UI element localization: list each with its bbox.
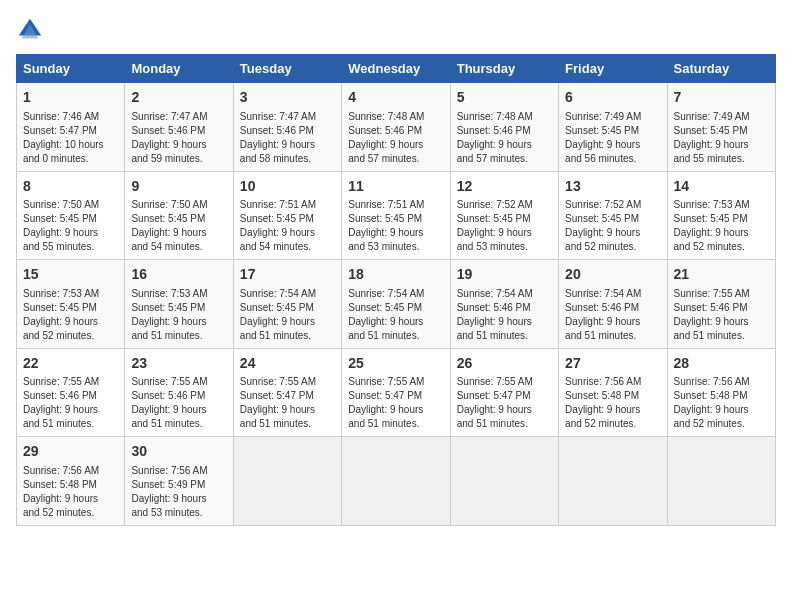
calendar-day-cell: 2Sunrise: 7:47 AM Sunset: 5:46 PM Daylig…	[125, 83, 233, 172]
day-info: Sunrise: 7:56 AM Sunset: 5:48 PM Dayligh…	[674, 375, 769, 431]
day-number: 22	[23, 354, 118, 374]
day-info: Sunrise: 7:52 AM Sunset: 5:45 PM Dayligh…	[565, 198, 660, 254]
day-info: Sunrise: 7:52 AM Sunset: 5:45 PM Dayligh…	[457, 198, 552, 254]
day-info: Sunrise: 7:55 AM Sunset: 5:46 PM Dayligh…	[23, 375, 118, 431]
calendar-day-cell	[667, 437, 775, 526]
calendar-day-cell: 5Sunrise: 7:48 AM Sunset: 5:46 PM Daylig…	[450, 83, 558, 172]
page-header	[16, 16, 776, 44]
calendar-day-cell: 16Sunrise: 7:53 AM Sunset: 5:45 PM Dayli…	[125, 260, 233, 349]
day-number: 2	[131, 88, 226, 108]
day-number: 15	[23, 265, 118, 285]
day-number: 28	[674, 354, 769, 374]
weekday-header: Friday	[559, 55, 667, 83]
weekday-header: Saturday	[667, 55, 775, 83]
header-row: SundayMondayTuesdayWednesdayThursdayFrid…	[17, 55, 776, 83]
day-info: Sunrise: 7:49 AM Sunset: 5:45 PM Dayligh…	[565, 110, 660, 166]
day-info: Sunrise: 7:55 AM Sunset: 5:47 PM Dayligh…	[240, 375, 335, 431]
calendar-day-cell: 8Sunrise: 7:50 AM Sunset: 5:45 PM Daylig…	[17, 171, 125, 260]
day-info: Sunrise: 7:56 AM Sunset: 5:48 PM Dayligh…	[565, 375, 660, 431]
calendar-day-cell: 26Sunrise: 7:55 AM Sunset: 5:47 PM Dayli…	[450, 348, 558, 437]
day-info: Sunrise: 7:56 AM Sunset: 5:48 PM Dayligh…	[23, 464, 118, 520]
calendar-week-row: 1Sunrise: 7:46 AM Sunset: 5:47 PM Daylig…	[17, 83, 776, 172]
calendar-day-cell: 4Sunrise: 7:48 AM Sunset: 5:46 PM Daylig…	[342, 83, 450, 172]
calendar-day-cell	[450, 437, 558, 526]
day-number: 11	[348, 177, 443, 197]
day-number: 8	[23, 177, 118, 197]
day-number: 25	[348, 354, 443, 374]
day-info: Sunrise: 7:55 AM Sunset: 5:46 PM Dayligh…	[674, 287, 769, 343]
day-info: Sunrise: 7:49 AM Sunset: 5:45 PM Dayligh…	[674, 110, 769, 166]
day-number: 17	[240, 265, 335, 285]
calendar-day-cell: 12Sunrise: 7:52 AM Sunset: 5:45 PM Dayli…	[450, 171, 558, 260]
calendar-day-cell: 30Sunrise: 7:56 AM Sunset: 5:49 PM Dayli…	[125, 437, 233, 526]
weekday-header: Thursday	[450, 55, 558, 83]
calendar-day-cell: 18Sunrise: 7:54 AM Sunset: 5:45 PM Dayli…	[342, 260, 450, 349]
day-number: 10	[240, 177, 335, 197]
day-number: 30	[131, 442, 226, 462]
day-number: 3	[240, 88, 335, 108]
day-number: 20	[565, 265, 660, 285]
calendar-table: SundayMondayTuesdayWednesdayThursdayFrid…	[16, 54, 776, 526]
day-number: 26	[457, 354, 552, 374]
day-number: 1	[23, 88, 118, 108]
day-info: Sunrise: 7:48 AM Sunset: 5:46 PM Dayligh…	[348, 110, 443, 166]
weekday-header: Tuesday	[233, 55, 341, 83]
day-number: 7	[674, 88, 769, 108]
day-number: 24	[240, 354, 335, 374]
day-info: Sunrise: 7:54 AM Sunset: 5:46 PM Dayligh…	[565, 287, 660, 343]
day-number: 5	[457, 88, 552, 108]
day-info: Sunrise: 7:47 AM Sunset: 5:46 PM Dayligh…	[131, 110, 226, 166]
day-number: 16	[131, 265, 226, 285]
weekday-header: Wednesday	[342, 55, 450, 83]
calendar-day-cell: 28Sunrise: 7:56 AM Sunset: 5:48 PM Dayli…	[667, 348, 775, 437]
day-info: Sunrise: 7:55 AM Sunset: 5:47 PM Dayligh…	[348, 375, 443, 431]
calendar-day-cell: 22Sunrise: 7:55 AM Sunset: 5:46 PM Dayli…	[17, 348, 125, 437]
calendar-day-cell: 15Sunrise: 7:53 AM Sunset: 5:45 PM Dayli…	[17, 260, 125, 349]
weekday-header: Sunday	[17, 55, 125, 83]
day-number: 13	[565, 177, 660, 197]
day-info: Sunrise: 7:50 AM Sunset: 5:45 PM Dayligh…	[23, 198, 118, 254]
calendar-day-cell: 14Sunrise: 7:53 AM Sunset: 5:45 PM Dayli…	[667, 171, 775, 260]
weekday-header: Monday	[125, 55, 233, 83]
day-info: Sunrise: 7:55 AM Sunset: 5:47 PM Dayligh…	[457, 375, 552, 431]
day-info: Sunrise: 7:51 AM Sunset: 5:45 PM Dayligh…	[240, 198, 335, 254]
day-number: 18	[348, 265, 443, 285]
calendar-week-row: 22Sunrise: 7:55 AM Sunset: 5:46 PM Dayli…	[17, 348, 776, 437]
calendar-day-cell: 10Sunrise: 7:51 AM Sunset: 5:45 PM Dayli…	[233, 171, 341, 260]
day-info: Sunrise: 7:56 AM Sunset: 5:49 PM Dayligh…	[131, 464, 226, 520]
calendar-day-cell	[342, 437, 450, 526]
day-info: Sunrise: 7:50 AM Sunset: 5:45 PM Dayligh…	[131, 198, 226, 254]
calendar-day-cell: 29Sunrise: 7:56 AM Sunset: 5:48 PM Dayli…	[17, 437, 125, 526]
day-number: 6	[565, 88, 660, 108]
logo-icon	[16, 16, 44, 44]
day-number: 12	[457, 177, 552, 197]
day-info: Sunrise: 7:48 AM Sunset: 5:46 PM Dayligh…	[457, 110, 552, 166]
day-number: 19	[457, 265, 552, 285]
day-info: Sunrise: 7:53 AM Sunset: 5:45 PM Dayligh…	[131, 287, 226, 343]
calendar-day-cell: 19Sunrise: 7:54 AM Sunset: 5:46 PM Dayli…	[450, 260, 558, 349]
day-info: Sunrise: 7:53 AM Sunset: 5:45 PM Dayligh…	[23, 287, 118, 343]
day-number: 14	[674, 177, 769, 197]
day-info: Sunrise: 7:54 AM Sunset: 5:45 PM Dayligh…	[348, 287, 443, 343]
calendar-day-cell: 13Sunrise: 7:52 AM Sunset: 5:45 PM Dayli…	[559, 171, 667, 260]
day-number: 4	[348, 88, 443, 108]
logo	[16, 16, 48, 44]
day-number: 9	[131, 177, 226, 197]
calendar-day-cell: 1Sunrise: 7:46 AM Sunset: 5:47 PM Daylig…	[17, 83, 125, 172]
calendar-day-cell: 11Sunrise: 7:51 AM Sunset: 5:45 PM Dayli…	[342, 171, 450, 260]
day-info: Sunrise: 7:55 AM Sunset: 5:46 PM Dayligh…	[131, 375, 226, 431]
calendar-day-cell: 21Sunrise: 7:55 AM Sunset: 5:46 PM Dayli…	[667, 260, 775, 349]
calendar-day-cell: 25Sunrise: 7:55 AM Sunset: 5:47 PM Dayli…	[342, 348, 450, 437]
calendar-day-cell: 7Sunrise: 7:49 AM Sunset: 5:45 PM Daylig…	[667, 83, 775, 172]
day-info: Sunrise: 7:47 AM Sunset: 5:46 PM Dayligh…	[240, 110, 335, 166]
day-info: Sunrise: 7:51 AM Sunset: 5:45 PM Dayligh…	[348, 198, 443, 254]
day-number: 29	[23, 442, 118, 462]
day-number: 23	[131, 354, 226, 374]
day-info: Sunrise: 7:54 AM Sunset: 5:46 PM Dayligh…	[457, 287, 552, 343]
day-info: Sunrise: 7:53 AM Sunset: 5:45 PM Dayligh…	[674, 198, 769, 254]
calendar-day-cell: 3Sunrise: 7:47 AM Sunset: 5:46 PM Daylig…	[233, 83, 341, 172]
calendar-day-cell	[233, 437, 341, 526]
calendar-day-cell: 6Sunrise: 7:49 AM Sunset: 5:45 PM Daylig…	[559, 83, 667, 172]
calendar-day-cell: 24Sunrise: 7:55 AM Sunset: 5:47 PM Dayli…	[233, 348, 341, 437]
calendar-day-cell: 20Sunrise: 7:54 AM Sunset: 5:46 PM Dayli…	[559, 260, 667, 349]
